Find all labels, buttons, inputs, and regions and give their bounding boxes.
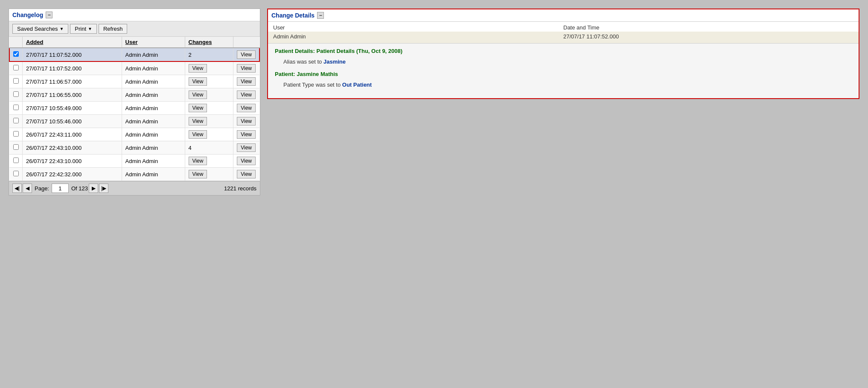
first-page-button[interactable]: ◀|	[12, 184, 22, 193]
section1-item: Alias was set to Jasmine	[275, 57, 852, 67]
table-row[interactable]: 27/07/17 11:07:52.000Admin Admin2View	[9, 48, 259, 61]
row-changes: View	[185, 75, 233, 88]
row-checkbox[interactable]	[13, 51, 19, 57]
table-row[interactable]: 27/07/17 11:06:55.000Admin AdminViewView	[9, 88, 259, 102]
changelog-collapse-button[interactable]: −	[46, 12, 52, 18]
row-action: View	[233, 75, 259, 88]
row-checkbox[interactable]	[13, 65, 19, 70]
change-details-panel: Change Details − User Date and Time Admi…	[267, 9, 859, 99]
table-row[interactable]: 26/07/17 22:43:11.000Admin AdminViewView	[9, 128, 259, 141]
row-checkbox[interactable]	[13, 91, 19, 97]
saved-searches-button[interactable]: Saved Searches ▼	[12, 24, 68, 34]
page-input[interactable]	[52, 184, 69, 193]
table-row[interactable]: 27/07/17 10:55:46.000Admin AdminViewView	[9, 115, 259, 128]
col-checkbox	[9, 37, 23, 48]
change-details-collapse-button[interactable]: −	[317, 12, 324, 19]
row-checkbox-cell	[9, 102, 23, 115]
col-user: User	[122, 37, 185, 48]
detail-header-values: Admin Admin 27/07/17 11:07:52.000	[268, 32, 859, 44]
row-added: 27/07/17 11:07:52.000	[23, 61, 122, 75]
row-checkbox-cell	[9, 155, 23, 168]
row-checkbox[interactable]	[13, 118, 19, 123]
changes-view-button[interactable]: View	[189, 77, 207, 86]
row-view-button[interactable]: View	[237, 117, 256, 125]
col-action	[233, 37, 259, 48]
row-checkbox[interactable]	[13, 105, 19, 110]
changes-view-button[interactable]: View	[189, 64, 207, 73]
next-page-button[interactable]: ▶	[89, 184, 98, 193]
changelog-title: Changelog	[12, 12, 43, 18]
total-pages: Of 123	[71, 185, 88, 192]
changes-view-button[interactable]: View	[189, 117, 207, 125]
changes-view-button[interactable]: View	[189, 130, 207, 139]
row-view-button[interactable]: View	[237, 90, 256, 99]
changes-view-button[interactable]: View	[189, 90, 207, 99]
row-view-button[interactable]: View	[237, 130, 256, 139]
prev-page-button[interactable]: ◀	[23, 184, 32, 193]
print-button[interactable]: Print ▼	[70, 24, 97, 34]
row-user: Admin Admin	[122, 102, 185, 115]
row-view-button[interactable]: View	[237, 170, 256, 178]
row-added: 26/07/17 22:43:10.000	[23, 155, 122, 168]
row-changes: View	[185, 128, 233, 141]
section1-item-text: Alias was set to	[283, 58, 322, 65]
row-user: Admin Admin	[122, 128, 185, 141]
row-checkbox[interactable]	[13, 144, 19, 150]
row-view-button[interactable]: View	[237, 77, 256, 86]
row-action: View	[233, 115, 259, 128]
col-changes: Changes	[185, 37, 233, 48]
row-added: 27/07/17 10:55:46.000	[23, 115, 122, 128]
row-user: Admin Admin	[122, 48, 185, 61]
row-checkbox-cell	[9, 75, 23, 88]
row-checkbox-cell	[9, 141, 23, 155]
page-container: Changelog − Saved Searches ▼ Print ▼ Ref…	[9, 9, 859, 195]
change-details-title-bar: Change Details −	[268, 9, 859, 22]
change-content: Patient Details: Patient Details (Thu, O…	[268, 44, 859, 98]
section1-value: Jasmine	[323, 58, 346, 65]
refresh-button[interactable]: Refresh	[99, 24, 128, 34]
date-value: 27/07/17 11:07:52.000	[563, 33, 853, 40]
row-checkbox-cell	[9, 88, 23, 102]
row-user: Admin Admin	[122, 115, 185, 128]
row-checkbox[interactable]	[13, 131, 19, 137]
row-changes: View	[185, 102, 233, 115]
row-user: Admin Admin	[122, 88, 185, 102]
print-dropdown-arrow: ▼	[88, 26, 92, 31]
row-changes: View	[185, 61, 233, 75]
date-label: Date and Time	[563, 24, 853, 31]
table-row[interactable]: 26/07/17 22:42:32.000Admin AdminViewView	[9, 168, 259, 181]
changes-view-button[interactable]: View	[189, 104, 207, 112]
table-row[interactable]: 27/07/17 11:06:57.000Admin AdminViewView	[9, 75, 259, 88]
row-action: View	[233, 141, 259, 155]
row-changes: View	[185, 168, 233, 181]
row-action: View	[233, 61, 259, 75]
row-checkbox[interactable]	[13, 158, 19, 163]
table-row[interactable]: 27/07/17 11:07:52.000Admin AdminViewView	[9, 61, 259, 75]
last-page-button[interactable]: |▶	[99, 184, 108, 193]
user-label: User	[273, 24, 563, 31]
row-view-button[interactable]: View	[237, 104, 256, 112]
row-action: View	[233, 48, 259, 61]
row-checkbox[interactable]	[13, 171, 19, 176]
row-view-button[interactable]: View	[237, 64, 256, 73]
section2-value: Out Patient	[342, 82, 372, 88]
row-view-button[interactable]: View	[237, 50, 256, 59]
row-view-button[interactable]: View	[237, 143, 256, 152]
change-details-title-text: Change Details	[271, 12, 315, 19]
row-view-button[interactable]: View	[237, 157, 256, 165]
row-checkbox-cell	[9, 168, 23, 181]
row-checkbox-cell	[9, 61, 23, 75]
user-value: Admin Admin	[273, 33, 563, 40]
row-checkbox-cell	[9, 115, 23, 128]
changes-view-button[interactable]: View	[189, 170, 207, 178]
changes-view-button[interactable]: View	[189, 157, 207, 165]
row-added: 26/07/17 22:43:10.000	[23, 141, 122, 155]
table-row[interactable]: 27/07/17 10:55:49.000Admin AdminViewView	[9, 102, 259, 115]
table-row[interactable]: 26/07/17 22:43:10.000Admin AdminViewView	[9, 155, 259, 168]
table-row[interactable]: 26/07/17 22:43:10.000Admin Admin4View	[9, 141, 259, 155]
pagination-bar: ◀| ◀ Page: Of 123 ▶ |▶ 1221 records	[9, 181, 260, 195]
row-changes: 4	[185, 141, 233, 155]
row-added: 27/07/17 11:07:52.000	[23, 48, 122, 61]
row-checkbox[interactable]	[13, 78, 19, 84]
col-added: Added	[23, 37, 122, 48]
